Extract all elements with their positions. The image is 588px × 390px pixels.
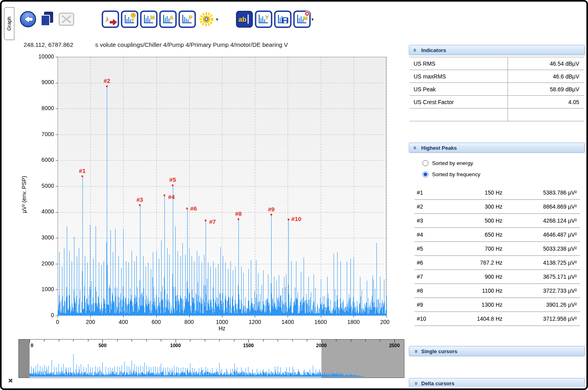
indicator-value: 46.6 dBµV bbox=[508, 70, 584, 82]
export-image-button bbox=[58, 10, 75, 28]
table-row: US Crest Factor 4.05 bbox=[410, 96, 584, 109]
y-scale-button[interactable]: Y bbox=[255, 10, 272, 28]
right-panel: « Indicators US RMS 46.54 dBµV US maxRMS… bbox=[409, 45, 586, 387]
sort-by-energy-label: Sorted by energy bbox=[432, 160, 473, 166]
peak-cursor-button[interactable]: P bbox=[178, 10, 196, 28]
table-row: #91300 Hz3901.26 µV² bbox=[414, 298, 580, 312]
highest-peaks-table: #1150 Hz5383.786 µV² #2300 Hz8864.869 µV… bbox=[414, 186, 580, 326]
toolbar: ♪ T M bbox=[18, 8, 314, 30]
p-glyph: P bbox=[189, 14, 192, 20]
radio-unselected-icon[interactable] bbox=[422, 160, 428, 166]
time-cursor-button[interactable]: T bbox=[121, 10, 138, 28]
table-row: #5700 Hz5033.238 µV² bbox=[414, 242, 580, 256]
application-window: Graph bbox=[0, 0, 588, 390]
radio-selected-icon[interactable] bbox=[422, 171, 428, 177]
delta-cursor-button[interactable]: Δ bbox=[159, 10, 177, 28]
indicator-label: US Crest Factor bbox=[410, 96, 508, 108]
t-glyph: T bbox=[131, 18, 134, 24]
collapse-icon: « bbox=[412, 47, 419, 53]
indicators-panel-title: Indicators bbox=[421, 47, 446, 53]
table-row: US maxRMS 46.6 dBµV bbox=[410, 70, 584, 83]
delete-markers-dropdown-arrow[interactable]: ▾ bbox=[312, 17, 314, 22]
delta-cursors-panel-header[interactable]: « Delta cursors bbox=[409, 378, 585, 387]
indicators-panel-header[interactable]: « Indicators bbox=[409, 45, 585, 55]
sort-by-frequency-label: Sorted by frequency bbox=[432, 171, 480, 177]
annotation-button[interactable]: ab bbox=[236, 10, 253, 28]
highest-peaks-panel-header[interactable]: « Highest Peaks bbox=[409, 143, 585, 153]
indicator-value: 58.69 dBµV bbox=[508, 83, 584, 95]
single-cursors-panel-title: Single cursors bbox=[421, 348, 457, 354]
copy-front-page-icon bbox=[41, 15, 50, 26]
close-navigator-button[interactable]: ✕ bbox=[8, 377, 13, 384]
copy-button[interactable] bbox=[38, 10, 56, 28]
table-row: #101404.8 Hz3712.958 µV² bbox=[414, 312, 580, 326]
table-row: #3500 Hz4268.124 µV² bbox=[414, 214, 580, 228]
highest-peaks-panel-title: Highest Peaks bbox=[421, 145, 457, 151]
spectrum-chart[interactable] bbox=[18, 52, 390, 332]
back-button[interactable] bbox=[19, 10, 37, 28]
table-row: #2300 Hz8864.869 µV² bbox=[414, 200, 580, 214]
delta-glyph: Δ bbox=[170, 14, 173, 20]
chart-title: s volute couplings/Chiller 4/Pump 4/Prim… bbox=[95, 41, 288, 48]
m-glyph: M bbox=[150, 14, 155, 20]
sun-center-icon bbox=[205, 18, 208, 20]
save-markers-button[interactable] bbox=[274, 10, 292, 28]
audio-export-button[interactable]: ♪ bbox=[102, 10, 119, 28]
delta-cursors-panel-title: Delta cursors bbox=[421, 380, 454, 386]
ab-glyph: ab bbox=[238, 16, 246, 23]
harmonics-cursor-button[interactable] bbox=[198, 10, 215, 28]
single-cursors-panel-header[interactable]: « Single cursors bbox=[409, 346, 585, 356]
text-cursor-icon bbox=[248, 14, 249, 24]
table-row: US RMS 46.54 dBµV bbox=[410, 57, 584, 70]
music-note-icon: ♪ bbox=[105, 14, 109, 23]
indicators-table: US RMS 46.54 dBµV US maxRMS 46.6 dBµV US… bbox=[410, 57, 584, 121]
expand-icon: « bbox=[412, 348, 419, 354]
graph-tab-label: Graph bbox=[6, 17, 12, 31]
collapse-icon: « bbox=[412, 145, 419, 151]
indicator-label: US Peak bbox=[410, 83, 508, 95]
sort-by-frequency-option[interactable]: Sorted by frequency bbox=[422, 170, 480, 179]
table-row: #6787.2 Hz4138.725 µV² bbox=[414, 256, 580, 270]
indicator-value: 4.05 bbox=[508, 96, 584, 108]
indicator-value: 46.54 dBµV bbox=[508, 57, 584, 70]
indicator-label: US maxRMS bbox=[410, 70, 508, 82]
graph-tab[interactable]: Graph bbox=[4, 7, 14, 40]
table-row: #7900 Hz3675.171 µV² bbox=[414, 270, 580, 284]
expand-icon: « bbox=[412, 380, 419, 386]
indicator-label: US RMS bbox=[410, 57, 508, 70]
table-row: US Peak 58.69 dBµV bbox=[410, 83, 584, 96]
x-axis-label: Hz bbox=[58, 325, 386, 332]
delete-markers-button[interactable]: M bbox=[293, 10, 311, 28]
spectrum-navigator[interactable] bbox=[18, 339, 404, 378]
harmonics-dropdown-arrow[interactable]: ▾ bbox=[216, 17, 218, 22]
table-row-empty bbox=[410, 109, 584, 121]
y-glyph: Y bbox=[265, 14, 269, 20]
table-row: #1150 Hz5383.786 µV² bbox=[414, 186, 580, 200]
table-row: #81100 Hz3722.733 µV² bbox=[414, 284, 580, 298]
marker-cursor-button[interactable]: M bbox=[140, 10, 158, 28]
sort-by-energy-option[interactable]: Sorted by energy bbox=[422, 159, 473, 167]
table-row: #4650 Hz4646.487 µV² bbox=[414, 228, 580, 242]
cursor-readout: 248.112, 6787.862 bbox=[24, 41, 73, 48]
